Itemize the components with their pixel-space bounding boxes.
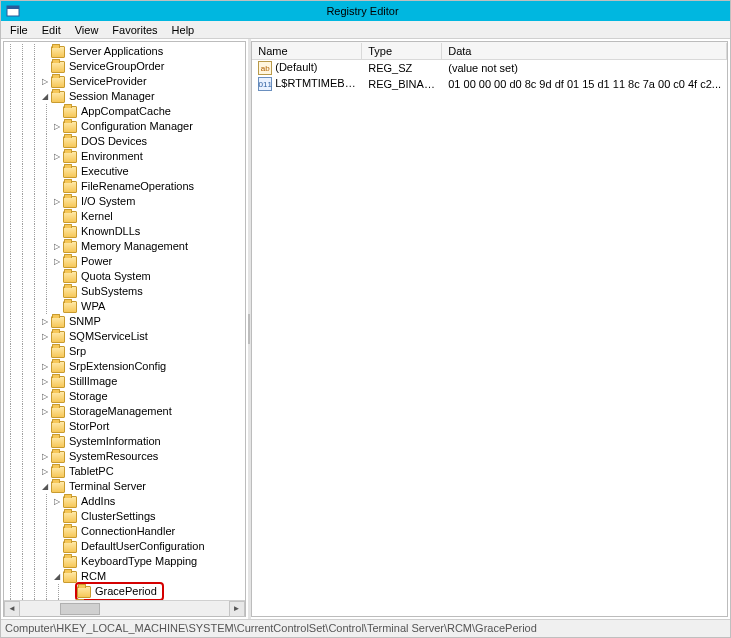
no-expand-icon xyxy=(52,167,62,177)
menu-help[interactable]: Help xyxy=(165,23,202,37)
no-expand-icon xyxy=(52,302,62,312)
expand-icon[interactable]: ▷ xyxy=(40,362,50,372)
collapse-icon[interactable]: ◢ xyxy=(52,572,62,582)
value-name-cell: 011L$RTMTIMEBOMB_132... xyxy=(252,76,362,93)
scroll-thumb[interactable] xyxy=(60,603,100,615)
menu-view[interactable]: View xyxy=(68,23,106,37)
tree-node[interactable]: StorPort xyxy=(4,419,206,434)
selected-highlight: GracePeriod xyxy=(75,582,164,600)
tree-horizontal-scrollbar[interactable]: ◄ ► xyxy=(4,600,245,616)
tree-node[interactable]: ConnectionHandler xyxy=(4,524,206,539)
tree-node[interactable]: DOS Devices xyxy=(4,134,206,149)
tree-node[interactable]: ▷Storage xyxy=(4,389,206,404)
tree-node[interactable]: ▷Memory Management xyxy=(4,239,206,254)
tree-node[interactable]: ▷Environment xyxy=(4,149,206,164)
menu-favorites[interactable]: Favorites xyxy=(105,23,164,37)
expand-icon[interactable]: ▷ xyxy=(40,407,50,417)
tree-node[interactable]: ▷SystemResources xyxy=(4,449,206,464)
expand-icon[interactable]: ▷ xyxy=(40,392,50,402)
tree-node-label: ServiceGroupOrder xyxy=(68,59,165,74)
splitter-grip-icon xyxy=(248,314,250,344)
scroll-left-arrow-icon[interactable]: ◄ xyxy=(4,601,20,617)
tree-node[interactable]: KnownDLLs xyxy=(4,224,206,239)
tree-node-label: StorageManagement xyxy=(68,404,173,419)
expand-icon[interactable]: ▷ xyxy=(52,257,62,267)
expand-icon[interactable]: ▷ xyxy=(40,332,50,342)
svg-rect-1 xyxy=(7,6,19,9)
scroll-track[interactable] xyxy=(20,602,229,616)
tree-node-label: SNMP xyxy=(68,314,102,329)
tree-node-label: WPA xyxy=(80,299,106,314)
tree-node[interactable]: ◢Session Manager xyxy=(4,89,206,104)
tree-node[interactable]: ▷SQMServiceList xyxy=(4,329,206,344)
tree-node[interactable]: ▷StorageManagement xyxy=(4,404,206,419)
tree-node-label: Power xyxy=(80,254,113,269)
column-data[interactable]: Data xyxy=(442,43,727,59)
tree-node-label: SubSystems xyxy=(80,284,144,299)
expand-icon[interactable]: ▷ xyxy=(40,77,50,87)
expand-icon[interactable]: ▷ xyxy=(40,377,50,387)
expand-icon[interactable]: ▷ xyxy=(52,122,62,132)
column-name[interactable]: Name xyxy=(252,43,362,59)
tree-node-label: Executive xyxy=(80,164,130,179)
tree-node[interactable]: SystemInformation xyxy=(4,434,206,449)
tree-node[interactable]: ▷Power xyxy=(4,254,206,269)
tree-node[interactable]: Kernel xyxy=(4,209,206,224)
tree-node-label: Licensing Core xyxy=(92,599,167,600)
tree-node[interactable]: Quota System xyxy=(4,269,206,284)
tree-node-label: ClusterSettings xyxy=(80,509,157,524)
tree-node[interactable]: WPA xyxy=(4,299,206,314)
scroll-right-arrow-icon[interactable]: ► xyxy=(229,601,245,617)
expand-icon[interactable]: ▷ xyxy=(40,317,50,327)
expand-icon[interactable]: ▷ xyxy=(52,197,62,207)
tree-node[interactable]: ▷AddIns xyxy=(4,494,206,509)
tree-node[interactable]: ▷SrpExtensionConfig xyxy=(4,359,206,374)
expand-icon[interactable]: ▷ xyxy=(40,452,50,462)
tree-node[interactable]: ▷SNMP xyxy=(4,314,206,329)
folder-icon xyxy=(63,286,77,298)
tree-node[interactable]: Licensing Core xyxy=(4,599,206,600)
no-expand-icon xyxy=(52,512,62,522)
tree-node[interactable]: ▷TabletPC xyxy=(4,464,206,479)
tree-node[interactable]: SubSystems xyxy=(4,284,206,299)
tree-node-label: StorPort xyxy=(68,419,110,434)
tree-node[interactable]: DefaultUserConfiguration xyxy=(4,539,206,554)
collapse-icon[interactable]: ◢ xyxy=(40,482,50,492)
tree-node-label: Kernel xyxy=(80,209,114,224)
tree-node[interactable]: FileRenameOperations xyxy=(4,179,206,194)
tree-node[interactable]: Srp xyxy=(4,344,206,359)
tree-node-label: AppCompatCache xyxy=(80,104,172,119)
tree-node-label: SQMServiceList xyxy=(68,329,149,344)
tree-node[interactable]: AppCompatCache xyxy=(4,104,206,119)
folder-icon xyxy=(51,331,65,343)
expand-icon[interactable]: ▷ xyxy=(52,242,62,252)
tree-node[interactable]: ▷StillImage xyxy=(4,374,206,389)
tree-node[interactable]: GracePeriod xyxy=(4,584,206,599)
menu-file[interactable]: File xyxy=(3,23,35,37)
tree-scroll[interactable]: Server ApplicationsServiceGroupOrder▷Ser… xyxy=(4,42,245,600)
folder-icon xyxy=(63,226,77,238)
folder-icon xyxy=(51,436,65,448)
registry-tree: Server ApplicationsServiceGroupOrder▷Ser… xyxy=(4,42,206,600)
tree-node[interactable]: ◢Terminal Server xyxy=(4,479,206,494)
content-area: Server ApplicationsServiceGroupOrder▷Ser… xyxy=(1,39,730,619)
value-row[interactable]: 011L$RTMTIMEBOMB_132...REG_BINARY01 00 0… xyxy=(252,76,727,92)
value-row[interactable]: ab(Default)REG_SZ(value not set) xyxy=(252,60,727,76)
expand-icon[interactable]: ▷ xyxy=(52,497,62,507)
folder-icon xyxy=(51,391,65,403)
column-type[interactable]: Type xyxy=(362,43,442,59)
tree-node[interactable]: ▷I/O System xyxy=(4,194,206,209)
tree-node[interactable]: ▷Configuration Manager xyxy=(4,119,206,134)
tree-node-label: AddIns xyxy=(80,494,116,509)
tree-node[interactable]: Server Applications xyxy=(4,44,206,59)
tree-node[interactable]: KeyboardType Mapping xyxy=(4,554,206,569)
tree-node[interactable]: Executive xyxy=(4,164,206,179)
tree-node[interactable]: ClusterSettings xyxy=(4,509,206,524)
collapse-icon[interactable]: ◢ xyxy=(40,92,50,102)
tree-node[interactable]: ▷ServiceProvider xyxy=(4,74,206,89)
tree-node[interactable]: ServiceGroupOrder xyxy=(4,59,206,74)
expand-icon[interactable]: ▷ xyxy=(52,152,62,162)
folder-icon xyxy=(51,466,65,478)
expand-icon[interactable]: ▷ xyxy=(40,467,50,477)
menu-edit[interactable]: Edit xyxy=(35,23,68,37)
